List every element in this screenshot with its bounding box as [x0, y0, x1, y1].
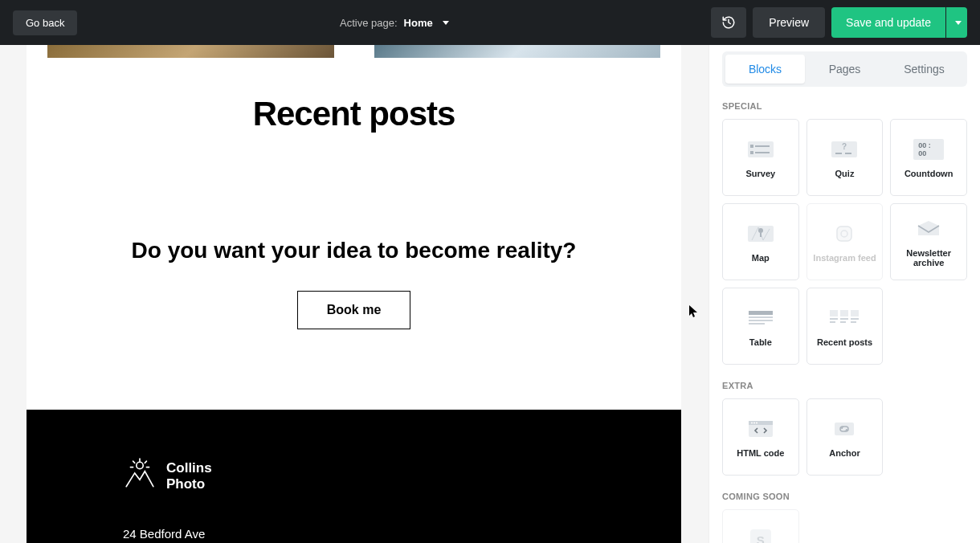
- active-page-label: Active page:: [340, 17, 398, 29]
- save-button-group: Save and update: [831, 7, 967, 38]
- svg-text:?: ?: [842, 142, 847, 151]
- history-button[interactable]: [711, 7, 746, 38]
- svg-rect-21: [749, 323, 765, 325]
- category-extra-label: EXTRA: [722, 381, 967, 390]
- go-back-button[interactable]: Go back: [13, 10, 77, 35]
- quiz-icon: ?: [829, 138, 860, 161]
- special-blocks-grid: Survey ? Quiz 00 : 00 Countdown Map Inst…: [722, 119, 967, 365]
- svg-rect-19: [749, 316, 773, 318]
- svg-rect-27: [840, 321, 846, 323]
- sidepanel-tabs: Blocks Pages Settings: [722, 51, 967, 87]
- block-label: HTML code: [737, 448, 784, 458]
- svg-rect-22: [830, 310, 838, 316]
- block-label: Survey: [745, 169, 775, 178]
- extra-blocks-grid: HTML code Anchor: [722, 398, 967, 476]
- stripe-icon: S: [745, 529, 776, 543]
- anchor-icon: [829, 418, 860, 440]
- countdown-preview: 00 : 00: [913, 139, 944, 160]
- svg-rect-9: [755, 152, 770, 153]
- tab-blocks[interactable]: Blocks: [725, 55, 805, 84]
- mountain-sun-icon: [123, 458, 157, 495]
- svg-rect-7: [755, 145, 770, 147]
- topbar-actions: Preview Save and update: [711, 7, 967, 38]
- survey-icon: [745, 138, 776, 161]
- block-instagram-feed[interactable]: Instagram feed: [806, 203, 884, 280]
- brand-line2: Photo: [166, 476, 212, 492]
- block-recent-posts[interactable]: Recent posts: [806, 288, 884, 365]
- svg-rect-36: [835, 423, 854, 435]
- map-icon: [745, 223, 776, 245]
- html-code-icon: [745, 418, 776, 440]
- preview-button[interactable]: Preview: [753, 7, 825, 38]
- coming-soon-blocks-grid: S Stripe: [722, 509, 967, 543]
- footer-address[interactable]: 24 Bedford Ave Brooklyn, NY 11222, USA: [123, 525, 585, 543]
- footer-logo[interactable]: Collins Photo: [123, 458, 585, 495]
- save-dropdown-button[interactable]: [946, 7, 967, 38]
- address-line1: 24 Bedford Ave: [123, 525, 585, 543]
- caret-down-icon: [955, 21, 962, 25]
- recent-posts-heading[interactable]: Recent posts: [27, 95, 681, 133]
- svg-rect-13: [845, 153, 851, 154]
- block-label: Anchor: [829, 448, 860, 458]
- save-and-update-button[interactable]: Save and update: [831, 7, 945, 38]
- svg-rect-5: [748, 141, 774, 157]
- svg-rect-30: [851, 321, 856, 323]
- editor-topbar: Go back Active page: Home Preview Save a…: [0, 0, 980, 45]
- svg-rect-12: [835, 153, 842, 154]
- active-page-name: Home: [404, 17, 433, 29]
- block-table[interactable]: Table: [722, 288, 799, 365]
- svg-rect-28: [851, 310, 859, 316]
- footer-brand-name: Collins Photo: [166, 460, 212, 493]
- newsletter-icon: [913, 218, 944, 240]
- svg-rect-26: [840, 318, 848, 320]
- svg-rect-6: [750, 145, 753, 148]
- block-label: Table: [749, 337, 772, 347]
- block-countdown[interactable]: 00 : 00 Countdown: [890, 119, 967, 196]
- svg-point-35: [756, 423, 757, 424]
- hero-image-left[interactable]: [47, 45, 334, 58]
- block-label: Quiz: [835, 169, 855, 178]
- history-icon: [721, 15, 736, 30]
- active-page-selector[interactable]: Active page: Home: [340, 17, 449, 29]
- hero-image-right[interactable]: [374, 45, 661, 58]
- tab-pages[interactable]: Pages: [805, 55, 884, 84]
- image-row: [27, 45, 681, 58]
- svg-rect-23: [830, 318, 838, 320]
- block-stripe: S Stripe: [722, 509, 799, 543]
- svg-rect-20: [749, 320, 773, 321]
- page-frame: Recent posts Do you want your idea to be…: [27, 45, 681, 543]
- blocks-sidepanel: Blocks Pages Settings SPECIAL Survey ? Q…: [708, 45, 980, 543]
- svg-point-15: [758, 228, 763, 233]
- cta-heading[interactable]: Do you want your idea to become reality?: [27, 238, 681, 263]
- category-coming-soon-label: COMING SOON: [722, 492, 967, 501]
- block-map[interactable]: Map: [722, 203, 799, 280]
- block-anchor[interactable]: Anchor: [806, 398, 884, 476]
- svg-rect-25: [840, 310, 848, 316]
- svg-rect-29: [851, 318, 859, 320]
- block-quiz[interactable]: ? Quiz: [806, 119, 884, 196]
- table-icon: [745, 307, 776, 329]
- svg-rect-18: [749, 311, 773, 315]
- recent-posts-icon: [829, 307, 860, 329]
- block-label: Instagram feed: [813, 253, 876, 263]
- block-newsletter-archive[interactable]: Newsletter archive: [890, 203, 967, 280]
- svg-point-34: [753, 423, 755, 424]
- brand-line1: Collins: [166, 460, 212, 476]
- instagram-feed-icon: [829, 223, 860, 245]
- category-special-label: SPECIAL: [722, 101, 967, 111]
- svg-rect-16: [837, 227, 851, 241]
- block-label: Map: [752, 253, 770, 263]
- svg-rect-8: [750, 151, 753, 154]
- page-footer: Collins Photo 24 Bedford Ave Brooklyn, N…: [27, 410, 681, 543]
- svg-point-33: [751, 423, 753, 424]
- svg-point-0: [137, 462, 143, 468]
- tab-settings[interactable]: Settings: [884, 55, 964, 84]
- svg-rect-24: [830, 321, 835, 323]
- caret-down-icon: [443, 21, 449, 25]
- book-me-button[interactable]: Book me: [297, 291, 411, 329]
- block-html-code[interactable]: HTML code: [722, 398, 799, 476]
- block-survey[interactable]: Survey: [722, 119, 799, 196]
- editor-canvas[interactable]: Recent posts Do you want your idea to be…: [0, 45, 708, 543]
- block-label: Countdown: [904, 169, 953, 178]
- block-label: Newsletter archive: [894, 248, 963, 267]
